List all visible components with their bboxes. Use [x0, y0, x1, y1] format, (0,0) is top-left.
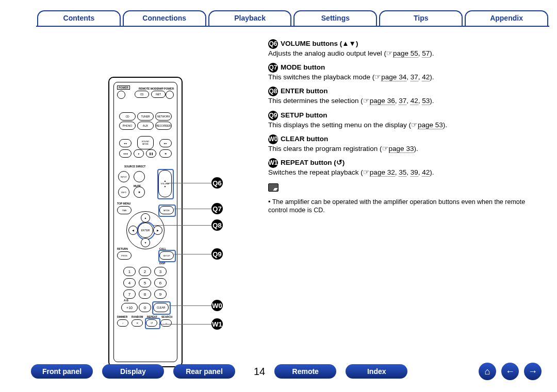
remote-volume: ▲ VOLUME ▼	[158, 170, 172, 197]
numpad-6: 6	[154, 278, 167, 287]
desc-item-18: Q8ENTER buttonThis determines the select…	[268, 87, 536, 106]
numpad-5: 5	[139, 278, 151, 287]
tab-contents[interactable]: Contents	[37, 10, 121, 26]
bullet-16: Q6	[268, 39, 278, 49]
remote-right: ▶	[153, 226, 162, 235]
desc-text-21: Switches the repeat playback (☞page 32, …	[268, 168, 536, 177]
remote-prog: PROG	[117, 251, 132, 260]
nav-front-panel[interactable]: Front panel	[31, 364, 93, 379]
note-text: The amplifier can be operated with the a…	[268, 198, 536, 215]
tab-connections[interactable]: Connections	[123, 10, 206, 26]
pointer-icon: ☞	[363, 97, 370, 105]
desc-item-21: W1REPEAT button (↺)Switches the repeat p…	[268, 158, 536, 177]
pointer-icon: ☞	[374, 73, 381, 81]
top-nav: Contents Connections Playback Settings T…	[36, 10, 549, 27]
remote-net: NET	[151, 91, 166, 98]
page-link[interactable]: 37	[411, 73, 418, 81]
remote-enter: ENTER	[138, 223, 153, 238]
numpad-3: 3	[154, 267, 167, 276]
home-button[interactable]: ⌂	[479, 363, 496, 380]
numpad-plus10: +10	[121, 303, 138, 312]
remote-pause: ❚❚	[146, 149, 156, 158]
remote-rew: ◂◂◂	[119, 149, 132, 158]
pencil-icon	[268, 183, 278, 192]
remote-input: INPUT	[118, 171, 129, 182]
page-link[interactable]: page 32	[370, 168, 395, 177]
prev-button[interactable]: ←	[501, 363, 519, 380]
description-list: Q6VOLUME buttons (▲▼)Adjusts the analog …	[268, 39, 536, 215]
remote-prevtrack: ◂◂	[119, 139, 132, 147]
numpad-4: 4	[123, 278, 136, 287]
page-link[interactable]: 53	[422, 97, 430, 105]
page-link[interactable]: 37	[399, 97, 406, 105]
tab-settings[interactable]: Settings	[293, 10, 377, 26]
remote-play: ▸	[134, 149, 144, 158]
remote-cd2: CD	[119, 112, 136, 121]
label-source: SOURCE DIRECT	[124, 165, 145, 168]
remote-mute: ✖	[134, 186, 145, 198]
desc-text-17: This switches the playback mode (☞page 3…	[268, 73, 536, 82]
pointer-icon: ☞	[386, 49, 393, 57]
remote-stop: ◾	[159, 149, 172, 158]
desc-text-16: Adjusts the analog audio output level (☞…	[268, 49, 536, 58]
numpad-9: 9	[154, 289, 167, 299]
numpad-0: 0	[139, 303, 151, 312]
page-link[interactable]: 42	[422, 73, 430, 81]
remote-phono: PHONO	[119, 122, 136, 130]
label-search: SEARCH	[161, 315, 172, 318]
remote-nexttrack: ▸▸	[159, 139, 172, 147]
bullet-21: W1	[268, 158, 278, 168]
label-return: RETURN	[117, 247, 128, 250]
page-link[interactable]: page 36	[370, 97, 395, 105]
label-power: POWER	[117, 86, 130, 90]
label-amp-power: AMP POWER	[158, 87, 174, 90]
callout-20: W0	[211, 300, 223, 311]
page-link[interactable]: 57	[422, 49, 430, 58]
remote-soundmode: SOUND MODE	[137, 136, 154, 149]
callout-18: Q8	[211, 219, 223, 231]
nav-display[interactable]: Display	[102, 364, 164, 379]
page-link[interactable]: 35	[399, 168, 406, 177]
page-link[interactable]: page 34	[381, 73, 406, 81]
remote-setup: SETUP	[159, 251, 174, 260]
bullet-20: W0	[268, 134, 278, 144]
remote-recorder: RECORDER	[155, 122, 172, 130]
tab-appendix[interactable]: Appendix	[465, 10, 548, 26]
desc-text-18: This determines the selection (☞page 36,…	[268, 96, 536, 106]
remote-tuner: TUNER	[137, 112, 154, 121]
page-link[interactable]: 39	[411, 168, 418, 177]
remote-search: ⌕	[160, 319, 172, 327]
remote-illustration: POWER REMOTE MODE AMP POWER CD NET CD TU…	[108, 77, 191, 365]
remote-clear: CLEAR	[153, 303, 169, 312]
nav-rear-panel[interactable]: Rear panel	[173, 364, 235, 379]
remote-cd: CD	[135, 91, 149, 98]
bottom-nav: Front panel Display Rear panel 14 Remote…	[31, 361, 542, 382]
page-link[interactable]: 42	[422, 168, 430, 177]
label-remote-mode: REMOTE MODE	[139, 87, 158, 90]
pointer-icon: ☞	[411, 121, 418, 129]
remote-network: NETWORK	[155, 112, 172, 121]
label-dimmer: DIMMER	[117, 315, 127, 318]
page-link[interactable]: 42	[411, 97, 418, 105]
page-link[interactable]: page 33	[389, 145, 414, 153]
desc-item-19: Q9SETUP buttonThis displays the setting …	[268, 111, 536, 130]
page-link[interactable]: page 55	[393, 49, 418, 58]
numpad-8: 8	[139, 289, 151, 299]
page-link[interactable]: page 53	[418, 121, 443, 129]
remote-aux: AUX	[137, 122, 154, 130]
page-number: 14	[254, 366, 265, 378]
tab-playback[interactable]: Playback	[208, 10, 292, 26]
remote-down: ▼	[141, 238, 150, 247]
remote-mode: MODE	[159, 206, 174, 214]
callout-21: W1	[211, 318, 223, 330]
numpad-7: 7	[123, 289, 136, 299]
next-button[interactable]: →	[524, 363, 542, 380]
bullet-19: Q9	[268, 111, 278, 121]
callout-19: Q9	[211, 248, 223, 260]
nav-index[interactable]: Index	[346, 364, 407, 379]
label-disp: DISP	[159, 262, 166, 265]
remote-up: ▲	[141, 213, 150, 223]
tab-tips[interactable]: Tips	[379, 10, 463, 26]
remote-random: ⤨	[132, 319, 143, 327]
nav-remote[interactable]: Remote	[274, 364, 336, 379]
